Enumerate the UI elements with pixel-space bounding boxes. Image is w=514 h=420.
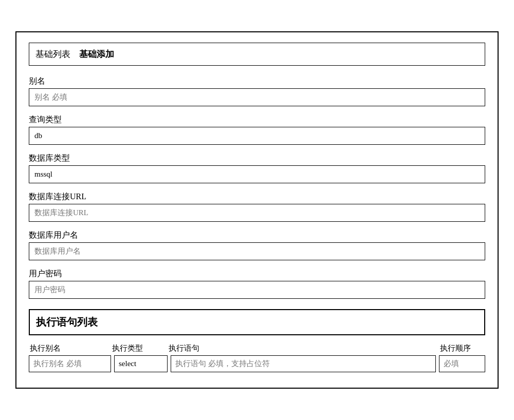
db-password-group: 用户密码 [29, 269, 485, 299]
db-type-input[interactable] [29, 165, 485, 183]
exec-table-header: 执行别名 执行类型 执行语句 执行顺序 [29, 343, 485, 353]
fields-wrapper: 别名 查询类型 数据库类型 数据库连接URL 数据库用户名 用户密码 [29, 76, 485, 299]
query-type-label: 查询类型 [29, 114, 485, 125]
db-url-label: 数据库连接URL [29, 192, 485, 202]
exec-stmt-input[interactable] [171, 355, 436, 372]
alias-label: 别名 [29, 76, 485, 87]
exec-alias-input[interactable] [29, 355, 111, 372]
main-container: 基础列表 基础添加 别名 查询类型 数据库类型 数据库连接URL 数据库用 [15, 31, 499, 389]
exec-table: 执行别名 执行类型 执行语句 执行顺序 [29, 343, 485, 372]
col-alias-header: 执行别名 [29, 343, 111, 353]
col-type-header: 执行类型 [111, 343, 168, 353]
alias-group: 别名 [29, 76, 485, 113]
db-username-group: 数据库用户名 [29, 230, 485, 268]
exec-order-input[interactable] [439, 355, 485, 372]
col-order-header: 执行顺序 [439, 343, 485, 353]
alias-input[interactable] [29, 88, 485, 106]
db-url-group: 数据库连接URL [29, 192, 485, 229]
exec-section-title: 执行语句列表 [36, 316, 98, 328]
db-username-input[interactable] [29, 242, 485, 260]
col-stmt-header: 执行语句 [168, 343, 439, 353]
db-type-group: 数据库类型 [29, 153, 485, 190]
query-type-group: 查询类型 [29, 114, 485, 152]
header-section: 基础列表 基础添加 [29, 43, 485, 66]
query-type-input[interactable] [29, 127, 485, 145]
db-password-input[interactable] [29, 281, 485, 299]
exec-type-input[interactable] [114, 355, 168, 372]
db-url-input[interactable] [29, 204, 485, 222]
db-username-label: 数据库用户名 [29, 230, 485, 241]
header-title: 基础添加 [79, 49, 114, 59]
db-password-label: 用户密码 [29, 269, 485, 279]
header-prefix: 基础列表 [35, 49, 70, 59]
db-type-label: 数据库类型 [29, 153, 485, 164]
exec-table-row [29, 355, 485, 372]
exec-section-header: 执行语句列表 [29, 309, 485, 335]
